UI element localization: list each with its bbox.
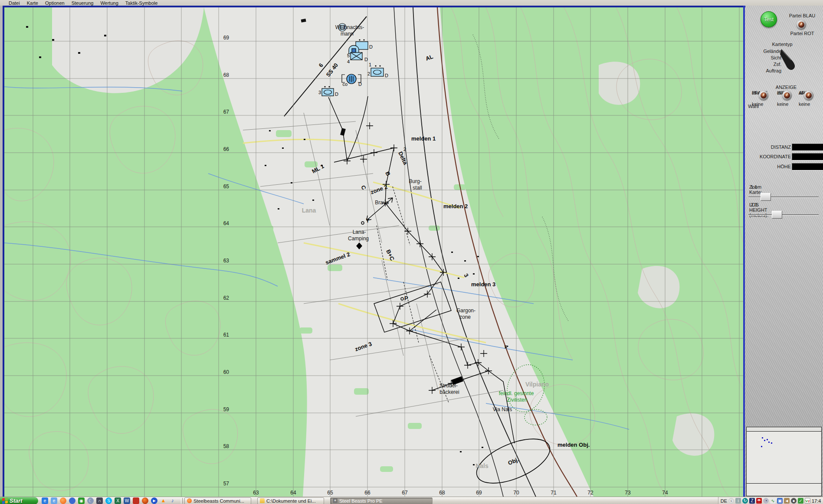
- label-feindliche-zivilisten: Zivilisten: [507, 397, 528, 403]
- tray-cd-icon[interactable]: ●: [791, 498, 797, 504]
- skype-icon[interactable]: S: [105, 497, 112, 504]
- label-burgstall: stall: [413, 185, 422, 191]
- tray-zonelabs-icon[interactable]: Z: [749, 498, 755, 504]
- task-button-steel-beasts[interactable]: ✦ Steel Beasts Pro PE: [330, 497, 433, 504]
- word-icon[interactable]: W: [124, 497, 130, 504]
- menu-wertung[interactable]: Wertung: [97, 0, 121, 6]
- excel-icon[interactable]: X: [115, 497, 121, 504]
- topo-map[interactable]: 69 68 67 66 65 64 63 62 61 60 59 58 57 6…: [4, 7, 744, 497]
- zoom-slider-track[interactable]: [748, 196, 819, 198]
- info-knob[interactable]: [782, 91, 792, 100]
- koordinate-value-box: [792, 153, 823, 160]
- tray-sony-icon[interactable]: ∿: [770, 498, 776, 504]
- orange-sphere-icon[interactable]: [142, 497, 148, 504]
- hoehe-label: HÖHE: [745, 164, 791, 169]
- tray-info-icon[interactable]: i: [735, 498, 741, 504]
- grid-label: 62: [223, 295, 230, 301]
- label-nals: Nals: [475, 462, 489, 469]
- ie-classic-icon[interactable]: e: [51, 497, 57, 504]
- minimap-unit-dot: [771, 442, 772, 444]
- los-height-label: LOS HEIGHT (meters): 2.0: [749, 202, 751, 207]
- label-strudelbaeckerei: bäckerei: [439, 389, 459, 395]
- kartentyp-pointer-knob[interactable]: [780, 47, 800, 72]
- headphones-icon[interactable]: ∩: [96, 497, 103, 504]
- itunes-icon[interactable]: ♪: [169, 497, 176, 504]
- task-button-explorer[interactable]: C:\Dokumente und Ei...: [257, 497, 324, 504]
- unit-label-d: D: [369, 44, 373, 49]
- tray-v2-icon[interactable]: V2: [805, 498, 810, 504]
- grid-label: 65: [223, 183, 230, 190]
- label-feindliche-zivilisten: feindl. gesinnte: [499, 390, 534, 396]
- menu-karte[interactable]: Karte: [23, 0, 42, 6]
- unit-label-co: co: [342, 82, 348, 87]
- partei-knob[interactable]: [797, 20, 806, 29]
- tray-avira-icon[interactable]: ☂: [756, 498, 762, 504]
- test-button[interactable]: Test: [761, 11, 777, 27]
- distanz-label: DISTANZ: [745, 144, 791, 150]
- anzeige-col-info: INFO alle keine: [777, 90, 797, 101]
- grid-label: 63: [223, 258, 230, 264]
- ie-icon[interactable]: e: [42, 497, 48, 504]
- start-button[interactable]: Start: [0, 497, 38, 504]
- unit-label-d: D: [385, 73, 388, 78]
- firefox-icon[interactable]: [60, 497, 66, 504]
- red-app-icon[interactable]: [133, 497, 139, 504]
- tray-volume-icon[interactable]: ◄: [784, 498, 790, 504]
- unit-armor-platoon[interactable]: [351, 52, 362, 60]
- los-slider-thumb[interactable]: [772, 211, 782, 219]
- taskbar-separator: [181, 498, 183, 504]
- system-tray: DE ‹ i ↻ Z ☂ ◔ ∿ ▣ ◄ ● ✓ V2 17:4: [718, 497, 823, 504]
- menu-datei[interactable]: Datei: [5, 0, 23, 6]
- los-slider-track[interactable]: [748, 214, 819, 216]
- waypoint-label-2: 2: [403, 147, 406, 152]
- menu-steuerung[interactable]: Steuerung: [68, 0, 97, 6]
- label-gargon-zone: Gargon-: [456, 308, 475, 314]
- minimap-unit-dot: [768, 442, 770, 443]
- kartentyp-option-zsf[interactable]: Zsf.: [748, 61, 781, 68]
- los-height-value: 2.0: [751, 202, 757, 207]
- overview-minimap[interactable]: [746, 427, 822, 496]
- folder-icon: [260, 498, 265, 503]
- vlc-icon[interactable]: ▲: [160, 497, 167, 504]
- art-knob[interactable]: [804, 91, 813, 100]
- media-player-icon[interactable]: ▶: [151, 497, 157, 504]
- grid-label: 63: [253, 490, 259, 496]
- pfade-knob[interactable]: [759, 91, 768, 100]
- wahl-label: Wahl: [745, 104, 759, 109]
- tray-collapse-chevron-icon[interactable]: ‹: [728, 498, 734, 504]
- panel-divider: [743, 6, 745, 497]
- task-button-steelbeasts-community[interactable]: Steelbeasts Communi...: [184, 497, 251, 504]
- moon-icon[interactable]: ☾: [87, 497, 94, 504]
- grid-label: 74: [662, 490, 668, 496]
- label-gargon-zone: zone: [459, 314, 471, 320]
- grid-label: 69: [476, 490, 482, 496]
- menu-taktik-symbole[interactable]: Taktik-Symbole: [122, 0, 161, 6]
- minimap-unit-dot: [764, 440, 765, 441]
- minimap-unit-dot: [767, 439, 768, 440]
- start-label: Start: [10, 497, 23, 504]
- map-canvas[interactable]: 69 68 67 66 65 64 63 62 61 60 59 58 57 6…: [4, 7, 744, 497]
- kartentyp-option-gelaende[interactable]: Gelände: [748, 48, 781, 55]
- unit-label-3: 3: [318, 90, 321, 95]
- kartentyp-option-auftrag[interactable]: Auftrag: [748, 68, 781, 74]
- grid-label: 72: [587, 490, 593, 496]
- grid-label: 66: [223, 146, 230, 152]
- zoom-slider-thumb[interactable]: [761, 193, 771, 201]
- grid-label: 71: [551, 490, 557, 496]
- menu-optionen[interactable]: Optionen: [42, 0, 68, 6]
- grid-label: 70: [513, 490, 519, 496]
- label-p: P: [404, 295, 408, 301]
- grid-label: 66: [364, 490, 371, 496]
- tray-safely-remove-icon[interactable]: ✓: [798, 498, 803, 504]
- language-indicator[interactable]: DE: [721, 498, 727, 504]
- kartentyp-option-sicht[interactable]: Sicht: [748, 55, 781, 61]
- label-melden-2: melden 2: [443, 203, 468, 209]
- tray-sync-icon[interactable]: ↻: [742, 498, 748, 504]
- thunderbird-icon[interactable]: [69, 497, 75, 504]
- windows-flag-icon: [2, 497, 8, 504]
- tray-network-icon[interactable]: ▣: [777, 498, 783, 504]
- media-eye-icon[interactable]: ◉: [78, 497, 85, 504]
- label-melden-3: melden 3: [471, 281, 495, 288]
- pfade-alle-label: alle: [752, 90, 759, 95]
- tray-scheduler-icon[interactable]: ◔: [763, 498, 769, 504]
